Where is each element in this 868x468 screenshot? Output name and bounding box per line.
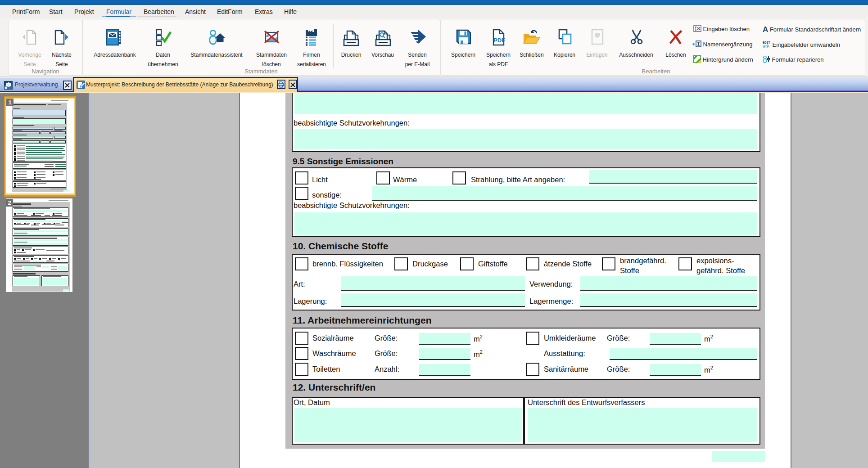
svg-text:PDF: PDF <box>493 37 505 44</box>
svg-text:EDIT: EDIT <box>763 41 770 45</box>
svg-text:RTF: RTF <box>763 45 769 48</box>
